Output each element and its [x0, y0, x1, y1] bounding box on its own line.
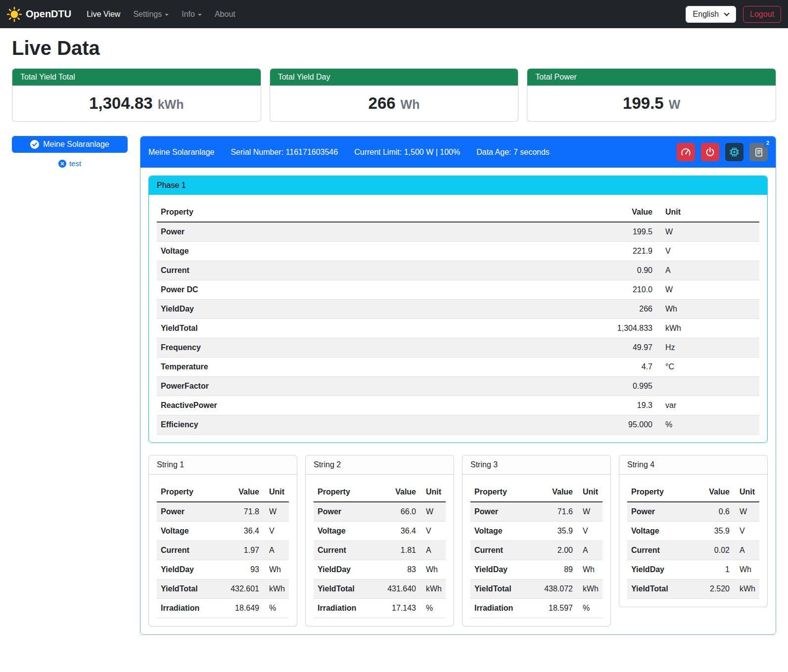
- property-cell: Power: [470, 502, 530, 522]
- limit-settings-button[interactable]: [677, 143, 695, 161]
- table-row: YieldDay1Wh: [627, 560, 759, 580]
- card-title: Total Power: [527, 69, 776, 86]
- nav-item-settings[interactable]: Settings: [127, 6, 175, 23]
- string-2-table: Property Value Unit Power66.0W Voltage36…: [314, 483, 446, 618]
- language-select[interactable]: English: [686, 6, 736, 23]
- property-cell: ReactivePower: [157, 396, 456, 415]
- total-yield-total-card: Total Yield Total 1,304.83 kWh: [12, 68, 261, 122]
- brand-link[interactable]: OpenDTU: [7, 7, 71, 22]
- property-cell: YieldTotal: [470, 580, 530, 599]
- unit-cell: kWh: [263, 580, 289, 599]
- column-header-value: Value: [692, 483, 734, 502]
- table-header-row: Property Value Unit: [470, 483, 603, 502]
- total-yield-day-card: Total Yield Day 266 Wh: [270, 68, 519, 122]
- property-cell: PowerFactor: [157, 377, 456, 396]
- string-3-card: String 3 Property Value Unit: [462, 455, 611, 627]
- value-cell: 83: [373, 560, 420, 580]
- inverter-card-header: Meine Solaranlage Serial Number: 1161716…: [140, 136, 776, 168]
- value-cell: 0.02: [692, 541, 734, 560]
- property-cell: Voltage: [470, 522, 530, 541]
- table-row: YieldTotal1,304.833kWh: [157, 319, 759, 338]
- string-title: String 4: [619, 455, 767, 475]
- card-value: 266: [369, 94, 396, 113]
- inverter-card: Meine Solaranlage Serial Number: 1161716…: [140, 136, 776, 635]
- card-value: 199.5: [623, 94, 664, 113]
- logout-button[interactable]: Logout: [743, 6, 781, 23]
- check-circle-icon: [30, 140, 39, 149]
- chevron-down-icon: [724, 10, 729, 16]
- unit-cell: Wh: [420, 560, 446, 580]
- unit-cell: V: [577, 522, 603, 541]
- value-cell: 199.5: [456, 222, 656, 242]
- journal-icon: [754, 147, 764, 157]
- property-cell: Current: [470, 541, 530, 560]
- unit-cell: V: [734, 522, 759, 541]
- unit-cell: %: [577, 599, 603, 618]
- unit-cell: W: [734, 502, 759, 522]
- value-cell: 1,304.833: [456, 319, 656, 338]
- column-header-property: Property: [157, 203, 456, 222]
- value-cell: 266: [456, 300, 656, 319]
- value-cell: 66.0: [373, 502, 420, 522]
- value-cell: 1.81: [373, 541, 420, 560]
- property-cell: Power: [627, 502, 692, 522]
- unit-cell: %: [420, 599, 446, 618]
- total-power-card: Total Power 199.5 W: [527, 68, 776, 122]
- nav-links: Live View Settings Info About: [80, 6, 242, 23]
- unit-cell: W: [420, 502, 446, 522]
- value-cell: 71.6: [530, 502, 577, 522]
- event-log-button[interactable]: 2: [749, 143, 768, 161]
- unit-cell: A: [734, 541, 759, 560]
- table-header-row: Property Value Unit: [314, 483, 446, 502]
- inverter-data-age: Data Age: 7 seconds: [476, 148, 550, 157]
- table-row: Power199.5W: [157, 222, 759, 242]
- nav-item-about[interactable]: About: [208, 6, 242, 23]
- table-row: Voltage221.9V: [157, 242, 759, 261]
- table-row: YieldDay266Wh: [157, 300, 759, 319]
- string-1-card: String 1 Property Value Unit: [148, 455, 297, 627]
- column-header-property: Property: [314, 483, 373, 502]
- nav-item-info[interactable]: Info: [175, 6, 208, 23]
- card-unit: kWh: [158, 97, 184, 112]
- table-row: Irradiation18.597%: [470, 599, 603, 618]
- property-cell: Current: [627, 541, 692, 560]
- column-header-property: Property: [627, 483, 692, 502]
- chevron-down-icon: [198, 14, 202, 16]
- property-cell: Voltage: [627, 522, 692, 541]
- string-3-table: Property Value Unit Power71.6W Voltage35…: [470, 483, 603, 618]
- unit-cell: kWh: [734, 580, 759, 599]
- inverter-serial: Serial Number: 116171603546: [231, 148, 338, 157]
- table-header-row: Property Value Unit: [157, 483, 289, 502]
- navbar: OpenDTU Live View Settings Info About En…: [0, 0, 788, 28]
- property-cell: Power DC: [157, 280, 456, 300]
- value-cell: 36.4: [217, 522, 263, 541]
- inverter-test-label: test: [69, 159, 81, 168]
- column-header-value: Value: [217, 483, 263, 502]
- property-cell: Current: [157, 541, 217, 560]
- nav-item-live-view[interactable]: Live View: [80, 6, 127, 23]
- table-row: YieldTotal431.640kWh: [314, 580, 446, 599]
- inverter-info-button[interactable]: [725, 143, 743, 161]
- property-cell: Power: [314, 502, 373, 522]
- table-row: YieldDay93Wh: [157, 560, 289, 580]
- column-header-value: Value: [456, 203, 656, 222]
- value-cell: 0.90: [456, 261, 656, 280]
- property-cell: Irradiation: [314, 599, 373, 618]
- column-header-unit: Unit: [420, 483, 446, 502]
- power-button[interactable]: [701, 143, 719, 161]
- table-row: Current1.97A: [157, 541, 289, 560]
- value-cell: 0.6: [692, 502, 734, 522]
- property-cell: YieldDay: [470, 560, 530, 580]
- property-cell: Power: [157, 502, 217, 522]
- cpu-icon: [729, 147, 740, 157]
- inverter-test-link[interactable]: test: [12, 159, 128, 168]
- phase-title: Phase 1: [149, 176, 767, 195]
- table-row: Voltage35.9V: [627, 522, 759, 541]
- column-header-value: Value: [530, 483, 577, 502]
- column-header-unit: Unit: [656, 203, 759, 222]
- property-cell: Voltage: [157, 242, 456, 261]
- string-2-card: String 2 Property Value Unit: [305, 455, 454, 627]
- inverter-select-button[interactable]: Meine Solaranlage: [12, 136, 128, 153]
- property-cell: YieldDay: [157, 300, 456, 319]
- value-cell: 35.9: [692, 522, 734, 541]
